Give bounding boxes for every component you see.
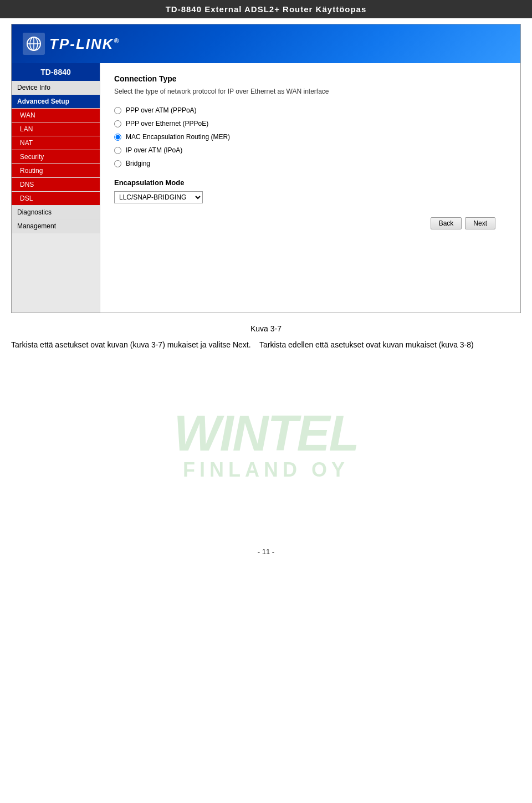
tp-link-logo: TP-LINK® bbox=[23, 33, 120, 55]
sidebar-item-wan[interactable]: WAN bbox=[12, 109, 100, 122]
button-row: Back Next bbox=[114, 217, 507, 229]
sidebar-item-dsl[interactable]: DSL bbox=[12, 192, 100, 206]
tp-link-logo-text: TP-LINK® bbox=[49, 35, 120, 53]
radio-pppoe: PPP over Ethernet (PPPoE) bbox=[114, 120, 507, 127]
radio-label-mer: MAC Encapsulation Routing (MER) bbox=[126, 133, 230, 141]
sidebar-item-nat[interactable]: NAT bbox=[12, 136, 100, 150]
encapsulation-select[interactable]: LLC/SNAP-BRIDGING VC/MUX bbox=[114, 191, 203, 203]
content-area: TD-8840 Device Info Advanced Setup WAN L… bbox=[12, 63, 520, 313]
radio-label-pppoa: PPP over ATM (PPPoA) bbox=[126, 106, 197, 114]
connection-type-title: Connection Type bbox=[114, 74, 507, 83]
radio-label-ipoa: IP over ATM (IPoA) bbox=[126, 146, 182, 154]
main-panel: Connection Type Select the type of netwo… bbox=[100, 63, 520, 313]
sidebar-item-dns[interactable]: DNS bbox=[12, 178, 100, 192]
radio-label-pppoe: PPP over Ethernet (PPPoE) bbox=[126, 120, 208, 127]
body-text: Tarkista että asetukset ovat kuvan (kuva… bbox=[11, 339, 521, 351]
watermark: WINTEL FINLAND OY bbox=[0, 362, 532, 528]
encapsulation-title: Encapsulation Mode bbox=[114, 178, 507, 187]
tp-link-banner: TP-LINK® bbox=[12, 24, 520, 63]
sidebar-item-security[interactable]: Security bbox=[12, 150, 100, 164]
tp-link-logo-icon bbox=[23, 33, 45, 55]
sidebar-item-routing[interactable]: Routing bbox=[12, 164, 100, 178]
sidebar-item-lan[interactable]: LAN bbox=[12, 122, 100, 136]
caption: Kuva 3-7 bbox=[0, 324, 532, 333]
page-footer: - 11 - bbox=[0, 539, 532, 561]
radio-input-mer[interactable] bbox=[114, 134, 121, 141]
sidebar-item-advanced-setup[interactable]: Advanced Setup bbox=[12, 95, 100, 109]
radio-bridging: Bridging bbox=[114, 160, 507, 167]
radio-label-bridging: Bridging bbox=[126, 160, 150, 167]
sidebar: TD-8840 Device Info Advanced Setup WAN L… bbox=[12, 63, 100, 313]
body-text-2: Tarkista edellen että asetukset ovat kuv… bbox=[259, 340, 474, 349]
back-button[interactable]: Back bbox=[431, 217, 462, 229]
watermark-line2: FINLAND OY bbox=[174, 458, 359, 482]
sidebar-item-management[interactable]: Management bbox=[12, 219, 100, 233]
page-title: TD-8840 External ADSL2+ Router Käyttöopa… bbox=[166, 4, 367, 14]
section-description: Select the type of network protocol for … bbox=[114, 88, 507, 95]
radio-mer: MAC Encapsulation Routing (MER) bbox=[114, 133, 507, 141]
encapsulation-section: Encapsulation Mode LLC/SNAP-BRIDGING VC/… bbox=[114, 178, 507, 203]
encapsulation-select-box: LLC/SNAP-BRIDGING VC/MUX bbox=[114, 191, 507, 203]
radio-input-pppoe[interactable] bbox=[114, 120, 121, 127]
watermark-content: WINTEL FINLAND OY bbox=[174, 408, 359, 482]
sidebar-item-diagnostics[interactable]: Diagnostics bbox=[12, 206, 100, 219]
radio-ipoa: IP over ATM (IPoA) bbox=[114, 146, 507, 154]
next-button[interactable]: Next bbox=[465, 217, 495, 229]
sidebar-model: TD-8840 bbox=[12, 63, 100, 81]
router-ui: TP-LINK® TD-8840 Device Info Advanced Se… bbox=[11, 24, 521, 313]
body-text-1: Tarkista että asetukset ovat kuvan (kuva… bbox=[11, 340, 251, 349]
radio-input-ipoa[interactable] bbox=[114, 147, 121, 154]
watermark-line1: WINTEL bbox=[174, 408, 359, 458]
radio-input-bridging[interactable] bbox=[114, 160, 121, 167]
radio-input-pppoa[interactable] bbox=[114, 107, 121, 114]
radio-pppoa: PPP over ATM (PPPoA) bbox=[114, 106, 507, 114]
sidebar-item-device-info[interactable]: Device Info bbox=[12, 81, 100, 95]
page-header: TD-8840 External ADSL2+ Router Käyttöopa… bbox=[0, 0, 532, 18]
page-number: - 11 - bbox=[258, 548, 274, 556]
